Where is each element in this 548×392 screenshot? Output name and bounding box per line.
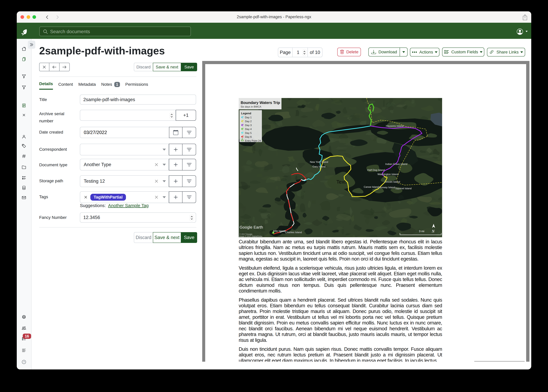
svg-text:Gary Island: Gary Island <box>312 165 325 168</box>
svg-text:New York Island: New York Island <box>310 161 328 163</box>
svg-text:3 mi: 3 mi <box>419 230 424 233</box>
svg-text:Lincoln Island: Lincoln Island <box>384 181 400 183</box>
svg-text:Day 5: Day 5 <box>245 132 252 134</box>
svg-text:Boundary Waters Trip: Boundary Waters Trip <box>241 100 280 105</box>
svg-text:N: N <box>432 229 435 233</box>
svg-text:Text: Text <box>336 179 346 185</box>
svg-text:Google Earth: Google Earth <box>240 225 263 230</box>
svg-text:Six days in BWCA: Six days in BWCA <box>241 105 261 108</box>
svg-text:Canoe Island: Canoe Island <box>364 186 379 188</box>
svg-text:Entry Point 24: Entry Point 24 <box>245 139 261 142</box>
svg-text:Norway Island: Norway Island <box>379 186 395 189</box>
svg-text:Day 6: Day 6 <box>245 135 252 138</box>
svg-text:© 2017 Google: © 2017 Google <box>239 233 252 235</box>
svg-text:Day 4: Day 4 <box>245 128 252 131</box>
svg-text:Day 1: Day 1 <box>245 116 252 119</box>
svg-text:Squirrel Island: Squirrel Island <box>395 187 411 190</box>
svg-text:Legend: Legend <box>241 112 251 115</box>
svg-text:Image © 2017 DigitalGlobe: Image © 2017 DigitalGlobe <box>239 235 262 237</box>
svg-text:Mile Island: Mile Island <box>273 230 285 232</box>
svg-text:Day 2: Day 2 <box>245 120 252 123</box>
svg-text:Charlies Island: Charlies Island <box>285 231 302 234</box>
svg-text:Hausons Island: Hausons Island <box>386 125 403 127</box>
svg-text:Washington Island: Washington Island <box>377 173 398 176</box>
svg-text:?: ? <box>23 361 25 364</box>
svg-text:Day 3: Day 3 <box>245 124 252 127</box>
svg-text:Indian Grave Island: Indian Grave Island <box>385 163 407 166</box>
svg-text:Half Dog Island: Half Dog Island <box>367 169 385 171</box>
